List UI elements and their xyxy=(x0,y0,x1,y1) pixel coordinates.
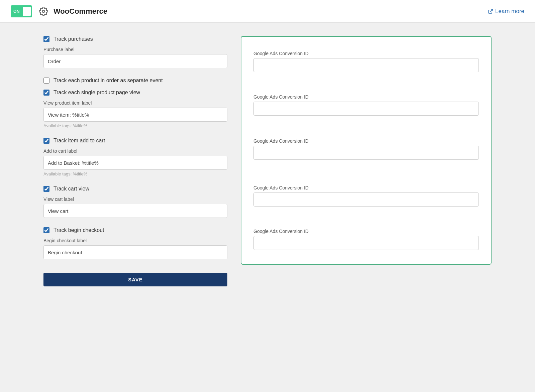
section-track-cart-view: Track cart view View cart label xyxy=(43,186,227,218)
google-ads-product-page-input[interactable] xyxy=(253,102,479,116)
google-ads-product-page-group: Google Ads Conversion ID xyxy=(253,90,479,134)
page-title: WooCommerce xyxy=(54,7,107,16)
google-ads-checkout-group: Google Ads Conversion ID xyxy=(253,224,479,253)
track-purchases-label[interactable]: Track purchases xyxy=(54,36,93,42)
google-ads-panel: Google Ads Conversion ID Google Ads Conv… xyxy=(241,36,492,265)
track-purchases-checkbox[interactable] xyxy=(43,36,49,42)
track-cart-view-checkbox[interactable] xyxy=(43,186,49,192)
view-product-tags: Available tags: %title% xyxy=(43,123,227,128)
track-product-page-checkbox[interactable] xyxy=(43,90,49,96)
track-cart-view-row: Track cart view xyxy=(43,186,227,192)
learn-more-text: Learn more xyxy=(495,8,524,15)
toggle-knob xyxy=(23,7,31,16)
add-to-cart-label-input[interactable] xyxy=(43,156,227,170)
track-checkout-label[interactable]: Track begin checkout xyxy=(54,227,104,233)
track-product-order-label[interactable]: Track each product in order as separate … xyxy=(54,78,163,84)
begin-checkout-label-label: Begin checkout label xyxy=(43,238,227,243)
google-ads-purchases-group: Google Ads Conversion ID xyxy=(253,47,479,90)
google-ads-product-page-label: Google Ads Conversion ID xyxy=(253,94,479,100)
view-product-label-label: View product item label xyxy=(43,100,227,106)
track-product-page-label[interactable]: Track each single product page view xyxy=(54,90,140,96)
external-link-icon xyxy=(488,9,493,14)
google-ads-cart-view-label: Google Ads Conversion ID xyxy=(253,185,479,190)
gear-icon[interactable] xyxy=(39,7,48,16)
google-ads-checkout-label: Google Ads Conversion ID xyxy=(253,229,479,234)
main-content: Track purchases Purchase label Track eac… xyxy=(0,23,535,300)
add-to-cart-tags: Available tags: %title% xyxy=(43,171,227,176)
track-purchases-row: Track purchases xyxy=(43,36,227,42)
on-off-toggle[interactable]: ON xyxy=(11,5,32,17)
section-track-add-to-cart: Track item add to cart Add to cart label… xyxy=(43,138,227,176)
track-product-order-checkbox[interactable] xyxy=(43,78,49,84)
save-button[interactable]: SAVE xyxy=(43,273,227,286)
learn-more-link[interactable]: Learn more xyxy=(488,8,524,15)
track-checkout-checkbox[interactable] xyxy=(43,227,49,233)
section-track-product-page: Track each single product page view View… xyxy=(43,90,227,128)
begin-checkout-label-input[interactable] xyxy=(43,245,227,259)
google-ads-purchases-input[interactable] xyxy=(253,58,479,72)
track-product-page-row: Track each single product page view xyxy=(43,90,227,96)
toggle-label: ON xyxy=(13,9,20,14)
svg-line-1 xyxy=(490,9,493,12)
google-ads-checkout-input[interactable] xyxy=(253,236,479,250)
purchase-label-input[interactable] xyxy=(43,54,227,68)
view-product-label-input[interactable] xyxy=(43,108,227,122)
google-ads-cart-view-input[interactable] xyxy=(253,192,479,207)
left-panel: Track purchases Purchase label Track eac… xyxy=(43,36,227,286)
section-track-product-order: Track each product in order as separate … xyxy=(43,78,227,88)
google-ads-purchases-label: Google Ads Conversion ID xyxy=(253,51,479,56)
google-ads-cart-view-group: Google Ads Conversion ID xyxy=(253,180,479,224)
view-cart-label-label: View cart label xyxy=(43,197,227,202)
toggle-wrapper: ON xyxy=(11,5,32,17)
section-track-checkout: Track begin checkout Begin checkout labe… xyxy=(43,227,227,259)
purchase-label-label: Purchase label xyxy=(43,47,227,52)
track-add-to-cart-row: Track item add to cart xyxy=(43,138,227,144)
google-ads-add-to-cart-group: Google Ads Conversion ID xyxy=(253,134,479,180)
track-checkout-row: Track begin checkout xyxy=(43,227,227,233)
view-cart-label-input[interactable] xyxy=(43,204,227,218)
svg-point-0 xyxy=(42,10,45,12)
add-to-cart-label-label: Add to cart label xyxy=(43,148,227,154)
google-ads-add-to-cart-input[interactable] xyxy=(253,146,479,160)
track-cart-view-label[interactable]: Track cart view xyxy=(54,186,89,192)
track-add-to-cart-label[interactable]: Track item add to cart xyxy=(54,138,105,144)
header: ON WooCommerce Learn more xyxy=(0,0,535,23)
section-track-purchases: Track purchases Purchase label xyxy=(43,36,227,68)
track-add-to-cart-checkbox[interactable] xyxy=(43,138,49,144)
track-product-order-row: Track each product in order as separate … xyxy=(43,78,227,84)
google-ads-add-to-cart-label: Google Ads Conversion ID xyxy=(253,138,479,144)
